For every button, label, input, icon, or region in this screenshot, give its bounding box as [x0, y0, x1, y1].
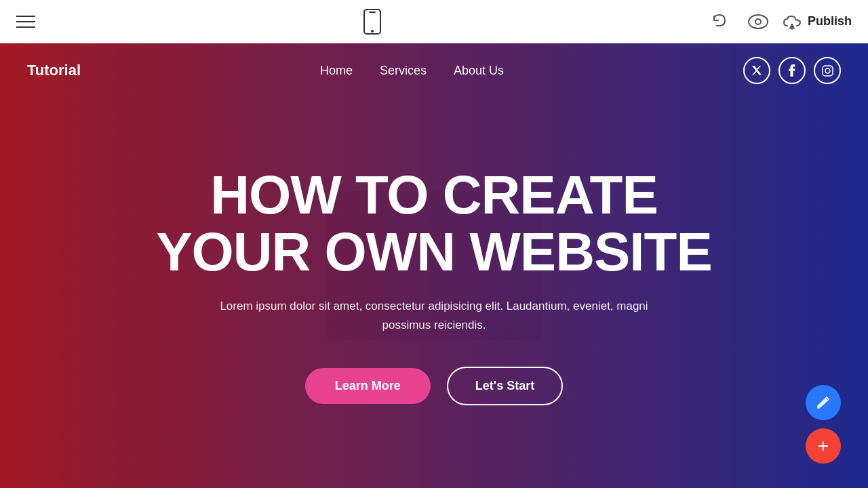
- publish-button[interactable]: Publish: [782, 14, 852, 30]
- site-navbar: Tutorial Home Services About Us: [0, 43, 868, 98]
- toolbar: Publish: [0, 0, 868, 43]
- hero-title: HOW TO CREATE YOUR OWN WEBSITE: [156, 167, 712, 281]
- hero-subtitle: Lorem ipsum dolor sit amet, consectetur …: [197, 297, 671, 333]
- website-preview: Tutorial Home Services About Us: [0, 43, 868, 488]
- twitter-button[interactable]: [743, 57, 770, 84]
- add-icon: +: [818, 436, 829, 455]
- nav-link-services[interactable]: Services: [380, 64, 427, 78]
- menu-button[interactable]: [16, 16, 35, 28]
- svg-point-1: [371, 30, 374, 33]
- cloud-upload-icon: [782, 14, 802, 30]
- svg-rect-6: [823, 66, 833, 76]
- svg-point-4: [755, 19, 761, 24]
- nav-link-about[interactable]: About Us: [454, 64, 504, 78]
- svg-point-3: [749, 15, 768, 28]
- svg-point-7: [825, 68, 830, 73]
- undo-button[interactable]: [710, 12, 729, 31]
- lets-start-button[interactable]: Let's Start: [447, 367, 563, 405]
- facebook-button[interactable]: [778, 57, 806, 84]
- publish-label: Publish: [808, 14, 852, 28]
- mobile-preview-button[interactable]: [363, 8, 382, 35]
- learn-more-button[interactable]: Learn More: [305, 368, 431, 404]
- nav-link-home[interactable]: Home: [320, 64, 353, 78]
- toolbar-center: [363, 8, 382, 35]
- toolbar-right: Publish: [710, 12, 852, 31]
- preview-button[interactable]: [748, 14, 768, 29]
- svg-point-8: [830, 67, 831, 68]
- hero-title-line1: HOW TO CREATE: [210, 165, 658, 225]
- hero-title-line2: YOUR OWN WEBSITE: [156, 222, 712, 282]
- social-links: [743, 57, 841, 84]
- site-logo: Tutorial: [27, 62, 81, 79]
- hero-section: Tutorial Home Services About Us: [0, 43, 868, 488]
- instagram-button[interactable]: [814, 57, 841, 84]
- add-fab-button[interactable]: +: [806, 428, 841, 464]
- toolbar-left: [16, 16, 35, 28]
- site-nav-links: Home Services About Us: [320, 64, 504, 78]
- hero-buttons: Learn More Let's Start: [305, 367, 563, 405]
- edit-fab-button[interactable]: [806, 385, 841, 420]
